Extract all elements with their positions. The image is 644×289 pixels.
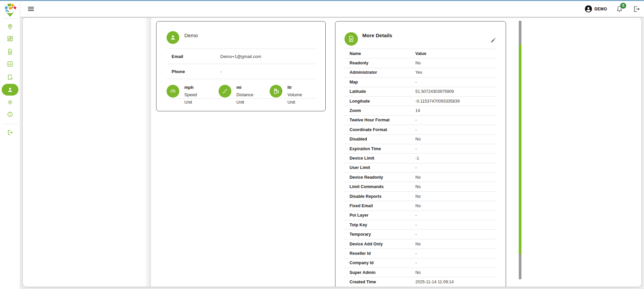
unit-value: mi <box>236 84 254 91</box>
unit-label: Volume Unit <box>287 91 302 106</box>
unit-label: Speed Unit <box>184 91 197 106</box>
column-header-name: Name <box>344 51 415 56</box>
row-label: User Limit <box>344 165 415 170</box>
edit-button[interactable] <box>490 37 496 43</box>
menu-toggle-button[interactable] <box>28 7 34 11</box>
row-value: 51.50724303975909 <box>415 89 496 94</box>
row-value: No <box>415 137 496 141</box>
row-value: -0.11537470093335839 <box>415 99 496 104</box>
route-icon <box>221 88 229 95</box>
details-rows: Readonly No Administrator Yes Map - <box>335 58 506 287</box>
table-row: Temporary - <box>344 230 496 239</box>
profile-card-title: Demo <box>184 33 198 38</box>
divider <box>167 98 316 99</box>
table-row: Poi Layer - <box>344 211 496 220</box>
sidebar-item-settings[interactable] <box>7 99 13 106</box>
row-label: Temporary <box>344 232 415 237</box>
sidebar-item-device-settings[interactable] <box>7 74 13 80</box>
notification-badge: 0 <box>620 3 626 9</box>
table-header-row: Name Value <box>344 49 496 58</box>
row-label: Disabled <box>344 137 415 141</box>
location-pin-icon <box>7 23 13 30</box>
scrollbar-thumb[interactable] <box>519 45 521 254</box>
row-value: No <box>415 242 496 246</box>
row-value: No <box>415 61 496 65</box>
sidebar-item-statistics[interactable] <box>7 61 13 67</box>
logo-pin-icon <box>3 3 17 17</box>
row-label: Administrator <box>344 70 415 75</box>
row-value: No <box>415 194 496 199</box>
field-value: Demo+1@gmail.com <box>220 49 261 64</box>
details-table: Name Value Readonly No Administrator Yes <box>335 49 506 287</box>
speedometer-icon <box>169 88 177 95</box>
details-card-title: More Details <box>362 33 392 38</box>
row-label: Zoom <box>344 108 415 113</box>
details-card: More Details Name Value <box>335 21 506 287</box>
row-value: - <box>415 165 496 170</box>
profile-card-header: Demo <box>156 21 325 49</box>
account-icon <box>585 5 592 13</box>
profile-avatar <box>167 31 179 44</box>
person-icon <box>6 86 14 94</box>
table-row: Device Readonly No <box>344 173 496 182</box>
profile-field-phone: Phone - <box>156 64 325 79</box>
logout-button[interactable] <box>633 5 641 13</box>
table-row: Longitude -0.11537470093335839 <box>344 97 496 106</box>
table-row: Created Time 2025-11-14 11:09:14 <box>344 277 496 287</box>
distance-unit-badge <box>219 85 231 98</box>
row-value: - <box>415 127 496 132</box>
row-value: 14 <box>415 108 496 113</box>
volume-unit-badge <box>270 85 282 98</box>
row-value: No <box>415 175 496 180</box>
table-row: Readonly No <box>344 58 496 68</box>
unit-label: Distance Unit <box>236 91 254 106</box>
app-logo[interactable] <box>3 3 17 17</box>
scrollbar-track[interactable] <box>519 21 521 279</box>
table-row: Totp Key - <box>344 220 496 230</box>
table-row: Super Admin No <box>344 268 496 277</box>
sidebar-item-location[interactable] <box>7 23 13 30</box>
profile-card: Demo Email Demo+1@gmail.com Phone - <box>156 21 326 111</box>
field-value: - <box>220 64 222 79</box>
table-row: Administrator Yes <box>344 68 496 77</box>
unit-settings-row: mph Speed Unit mi Distance Unit <box>156 79 325 99</box>
table-row: Twelve Hour Format - <box>344 116 496 125</box>
row-label: Poi Layer <box>344 213 415 218</box>
logout-icon <box>633 5 641 13</box>
row-value: No <box>415 270 496 275</box>
row-label: Super Admin <box>344 270 415 275</box>
column-header-value: Value <box>415 51 496 56</box>
table-row: Disabled No <box>344 135 496 144</box>
row-label: Twelve Hour Format <box>344 118 415 122</box>
fuel-pump-icon <box>272 88 280 95</box>
row-value: - <box>415 147 496 151</box>
table-row: Coordinate Format - <box>344 125 496 134</box>
table-row: Disable Reports No <box>344 192 496 201</box>
row-label: Reseller Id <box>344 251 415 256</box>
sidebar-divider <box>3 18 17 19</box>
sidebar-item-about[interactable] <box>7 111 13 118</box>
sidebar-item-dashboard[interactable] <box>7 35 13 42</box>
row-value: - <box>415 232 496 237</box>
row-value: No <box>415 204 496 208</box>
table-row: Company Id - <box>344 258 496 268</box>
user-menu-button[interactable]: DEMO <box>585 5 607 13</box>
app-window: DEMO 0 <box>0 0 644 289</box>
row-value: -1 <box>415 156 496 161</box>
row-value: - <box>415 213 496 218</box>
sidebar-item-logout[interactable] <box>7 129 13 136</box>
unit-value: mph <box>184 84 197 91</box>
hamburger-icon <box>28 7 34 7</box>
row-label: Expiration Time <box>344 147 415 151</box>
gear-icon <box>7 99 13 106</box>
speed-unit-badge <box>167 85 179 98</box>
sidebar-item-users[interactable] <box>2 84 18 96</box>
document-icon <box>7 48 13 55</box>
notifications-button[interactable]: 0 <box>616 5 623 13</box>
row-value: No <box>415 184 496 189</box>
sidebar-item-reports[interactable] <box>7 48 13 55</box>
row-value: Yes <box>415 70 496 75</box>
row-label: Fixed Email <box>344 204 415 208</box>
row-label: Company Id <box>344 261 415 265</box>
row-value: - <box>415 251 496 256</box>
